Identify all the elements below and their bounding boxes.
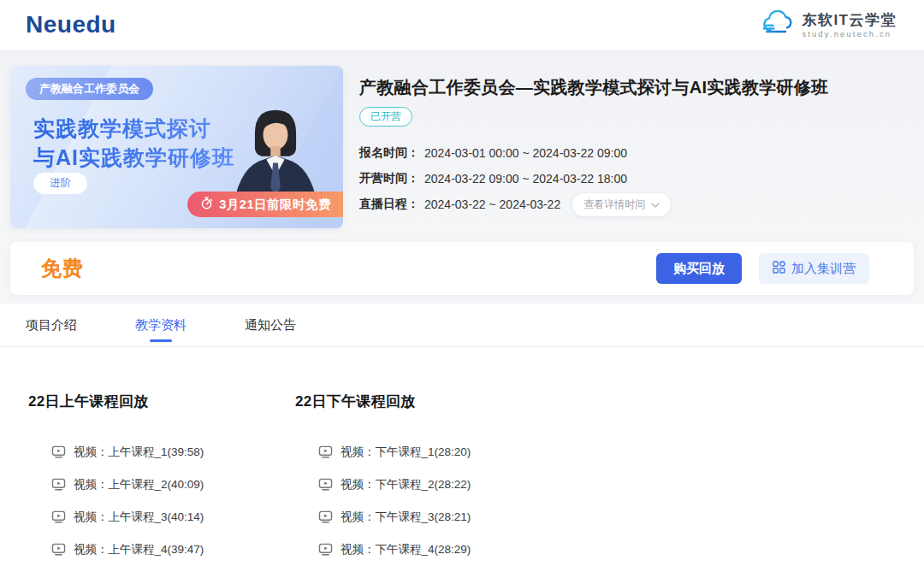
banner-badge: 产教融合工作委员会 [26, 78, 153, 100]
course-banner: 产教融合工作委员会 实践教学模式探讨 与AI实践教学研修班 进阶 3月21日前限… [10, 66, 343, 228]
video-item[interactable]: 视频：下午课程_4(28:29) [295, 534, 562, 566]
neuedu-logo[interactable]: Neuedu [26, 11, 116, 38]
video-label: 视频：上午课程_3(40:14) [74, 510, 204, 525]
info-row-live: 直播日程： 2024-03-22 ~ 2024-03-22 查看详情时间 [359, 196, 907, 213]
section-morning: 22日上午课程回放 视频：上午课程_1(39:58) 视频：上午课程_2(40:… [28, 392, 295, 566]
join-camp-label: 加入集训营 [791, 261, 856, 277]
info-label: 报名时间： [359, 145, 419, 161]
tab-teaching-materials[interactable]: 教学资料 [135, 317, 187, 333]
level-tag: 进阶 [33, 173, 87, 194]
video-label: 视频：上午课程_1(39:58) [74, 445, 204, 460]
video-label: 视频：上午课程_4(39:47) [74, 542, 204, 557]
course-info-panel: 产教融合工作委员会—实践教学模式探讨与AI实践教学研修班 已开营 报名时间： 2… [359, 76, 907, 221]
brand-logo[interactable]: 东软IT云学堂 study.neutech.cn [761, 10, 897, 40]
section-afternoon: 22日下午课程回放 视频：下午课程_1(28:20) 视频：下午课程_2(28:… [295, 392, 562, 566]
video-item[interactable]: 视频：下午课程_3(28:21) [295, 501, 562, 534]
promo-ribbon: 3月21日前限时免费 [187, 192, 343, 217]
video-label: 视频：下午课程_3(28:21) [341, 510, 471, 525]
video-label: 视频：下午课程_4(28:29) [341, 542, 471, 557]
view-schedule-button[interactable]: 查看详情时间 [572, 193, 671, 216]
info-row-camp: 开营时间： 2024-03-22 09:00 ~ 2024-03-22 18:0… [359, 170, 907, 187]
video-label: 视频：下午课程_1(28:20) [341, 445, 471, 460]
video-list-morning: 视频：上午课程_1(39:58) 视频：上午课程_2(40:09) 视频：上午课… [28, 436, 295, 566]
tab-notices[interactable]: 通知公告 [245, 317, 296, 333]
info-row-signup: 报名时间： 2024-03-01 00:00 ~ 2024-03-22 09:0… [359, 144, 907, 162]
banner-title-line1: 实践教学模式探讨 [33, 114, 234, 143]
brand-domain: study.neutech.cn [802, 29, 897, 39]
video-item[interactable]: 视频：上午课程_1(39:58) [28, 436, 295, 469]
video-icon [318, 445, 333, 461]
promo-text: 3月21日前限时免费 [219, 197, 331, 213]
video-item[interactable]: 视频：上午课程_4(39:47) [28, 534, 295, 566]
video-icon [51, 542, 66, 558]
tab-project-intro[interactable]: 项目介绍 [26, 317, 77, 333]
info-label: 直播日程： [359, 197, 419, 212]
video-icon [51, 477, 66, 493]
video-icon [51, 510, 66, 526]
join-camp-button[interactable]: 加入集训营 [759, 253, 869, 284]
video-list-afternoon: 视频：下午课程_1(28:20) 视频：下午课程_2(28:22) 视频：下午课… [295, 436, 562, 566]
video-item[interactable]: 视频：上午课程_3(40:14) [28, 501, 295, 534]
price-text: 免费 [41, 255, 84, 282]
info-label: 开营时间： [359, 171, 419, 186]
video-label: 视频：上午课程_2(40:09) [74, 477, 204, 492]
materials-columns: 22日上午课程回放 视频：上午课程_1(39:58) 视频：上午课程_2(40:… [0, 392, 924, 566]
timer-icon [200, 197, 213, 212]
video-icon [318, 542, 333, 558]
top-header: Neuedu 东软IT云学堂 study.neutech.cn [0, 0, 924, 51]
main-content: 项目介绍 教学资料 通知公告 22日上午课程回放 视频：上午课程_1(39:58… [0, 304, 924, 566]
status-badge: 已开营 [359, 107, 412, 127]
grid-icon [773, 261, 785, 276]
buy-replay-button[interactable]: 购买回放 [656, 253, 742, 284]
tab-bar: 项目介绍 教学资料 通知公告 [0, 304, 924, 347]
video-icon [318, 510, 333, 526]
brand-name: 东软IT云学堂 [802, 12, 897, 29]
info-value: 2024-03-22 ~ 2024-03-22 [424, 198, 560, 211]
video-item[interactable]: 视频：下午课程_1(28:20) [295, 436, 562, 469]
view-schedule-label: 查看详情时间 [583, 198, 645, 212]
section-heading: 22日下午课程回放 [295, 392, 562, 411]
chevron-down-icon [651, 198, 660, 210]
section-heading: 22日上午课程回放 [28, 392, 295, 411]
video-icon [51, 445, 66, 461]
info-value: 2024-03-01 00:00 ~ 2024-03-22 09:00 [424, 146, 627, 160]
cloud-icon [761, 10, 795, 40]
info-value: 2024-03-22 09:00 ~ 2024-03-22 18:00 [424, 172, 627, 186]
video-icon [318, 477, 333, 493]
course-title: 产教融合工作委员会—实践教学模式探讨与AI实践教学研修班 [359, 76, 907, 99]
video-label: 视频：下午课程_2(28:22) [341, 477, 471, 492]
price-bar: 免费 购买回放 加入集训营 [10, 242, 914, 295]
banner-title-line2: 与AI实践教学研修班 [33, 143, 234, 172]
video-item[interactable]: 视频：上午课程_2(40:09) [28, 469, 295, 501]
video-item[interactable]: 视频：下午课程_2(28:22) [295, 469, 562, 501]
banner-title: 实践教学模式探讨 与AI实践教学研修班 [33, 114, 234, 172]
